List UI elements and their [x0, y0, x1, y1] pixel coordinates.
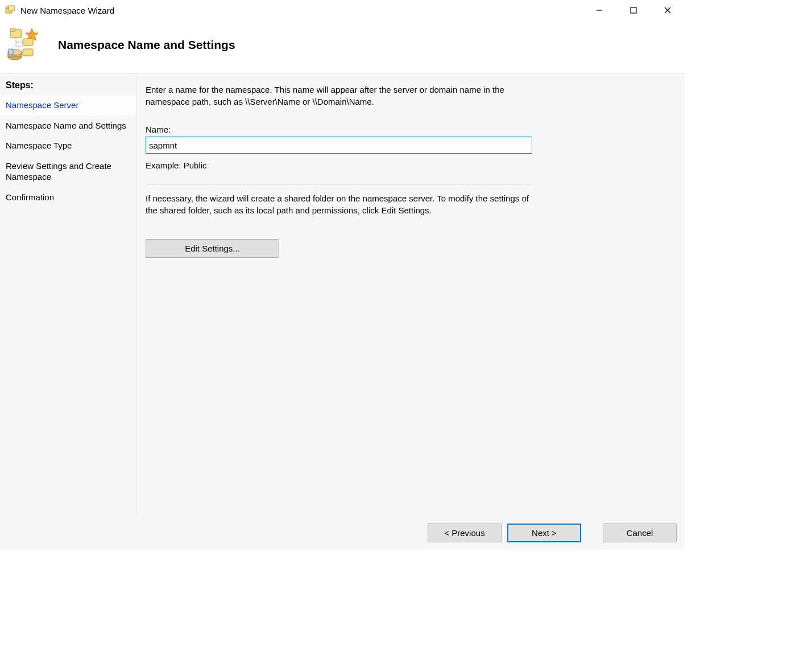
window-title: New Namespace Wizard: [20, 6, 114, 15]
next-button[interactable]: Next >: [507, 524, 581, 542]
step-namespace-name-settings[interactable]: Namespace Name and Settings: [0, 116, 136, 136]
wizard-footer: < Previous Next > Cancel: [0, 516, 685, 550]
wizard-steps-sidebar: Steps: Namespace Server Namespace Name a…: [0, 73, 136, 516]
separator: [146, 184, 532, 184]
svg-rect-8: [10, 28, 15, 31]
step-label: Namespace Name and Settings: [6, 121, 126, 130]
secondary-text: If necessary, the wizard will create a s…: [146, 192, 532, 216]
svg-rect-11: [23, 39, 33, 46]
step-label: Review Settings and Create Namespace: [6, 161, 111, 182]
svg-rect-4: [631, 7, 636, 13]
step-review-create[interactable]: Review Settings and Create Namespace: [0, 156, 136, 187]
steps-heading: Steps:: [0, 78, 136, 95]
svg-rect-1: [6, 7, 9, 9]
page-title: Namespace Name and Settings: [58, 38, 235, 52]
svg-rect-17: [9, 49, 13, 55]
step-namespace-server[interactable]: Namespace Server: [0, 95, 136, 116]
wizard-content: Enter a name for the namespace. This nam…: [136, 73, 685, 516]
minimize-button[interactable]: [582, 0, 616, 20]
intro-text: Enter a name for the namespace. This nam…: [146, 84, 527, 108]
name-label: Name:: [146, 125, 671, 134]
step-label: Confirmation: [6, 192, 54, 202]
titlebar: New Namespace Wizard: [0, 0, 685, 20]
previous-button[interactable]: < Previous: [428, 524, 502, 542]
cancel-button[interactable]: Cancel: [603, 524, 677, 542]
svg-rect-2: [9, 6, 15, 11]
app-icon: [5, 5, 16, 16]
close-button[interactable]: [651, 0, 685, 20]
step-confirmation[interactable]: Confirmation: [0, 187, 136, 208]
edit-settings-button[interactable]: Edit Settings...: [146, 239, 279, 258]
wizard-icon: [7, 27, 42, 63]
wizard-header: Namespace Name and Settings: [0, 20, 685, 73]
example-text: Example: Public: [146, 160, 671, 170]
step-namespace-type[interactable]: Namespace Type: [0, 135, 136, 156]
svg-rect-13: [23, 49, 33, 56]
maximize-button[interactable]: [616, 0, 651, 20]
step-label: Namespace Server: [6, 100, 78, 110]
step-label: Namespace Type: [6, 141, 72, 150]
namespace-name-input[interactable]: [146, 137, 532, 154]
